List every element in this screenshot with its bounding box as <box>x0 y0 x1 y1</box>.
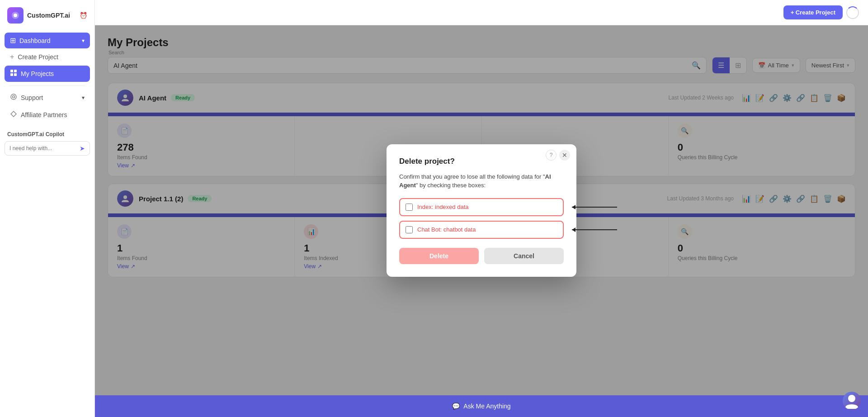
copilot-input-wrap[interactable]: ➤ <box>5 141 90 156</box>
create-project-label: + Create Project <box>791 9 835 16</box>
support-chevron-icon: ▾ <box>82 95 85 101</box>
copilot-title: CustomGPT.ai Copilot <box>5 131 90 137</box>
checkbox-row-index[interactable]: Index: indexed data <box>399 198 564 216</box>
create-project-button[interactable]: + Create Project <box>783 5 843 19</box>
copilot-input[interactable] <box>9 145 80 152</box>
user-avatar-bottom-right[interactable] <box>843 392 861 410</box>
modal-overlay: ✕ ? Delete project? Confirm that you agr… <box>95 25 868 395</box>
bottom-bar-label: Ask Me Anything <box>463 403 510 410</box>
nav-divider <box>9 85 85 86</box>
chat-icon: 💬 <box>452 403 460 410</box>
sidebar-item-support[interactable]: Support ▾ <box>5 90 90 106</box>
arrow-annotation-1 <box>572 207 617 208</box>
bottom-bar[interactable]: 💬 Ask Me Anything <box>95 395 868 417</box>
sidebar-create-label: Create Project <box>18 53 85 61</box>
svg-point-7 <box>13 96 15 98</box>
modal-actions: Delete Cancel <box>399 248 564 264</box>
logo-text: CustomGPT.ai <box>27 12 70 19</box>
plus-icon: + <box>10 53 14 61</box>
sidebar-dashboard-label: Dashboard <box>19 37 78 44</box>
svg-rect-4 <box>10 73 13 76</box>
svg-point-10 <box>848 395 855 402</box>
sidebar-item-dashboard[interactable]: ⊞ Dashboard ▾ <box>5 33 90 48</box>
chatbot-checkbox[interactable] <box>406 226 413 233</box>
modal-description: Confirm that you agree to lose all the f… <box>399 172 564 190</box>
sidebar-affiliate-label: Affiliate Partners <box>21 111 85 118</box>
loading-spinner <box>846 6 859 19</box>
topbar: + Create Project <box>95 0 868 25</box>
svg-rect-3 <box>14 70 17 72</box>
affiliate-icon <box>10 110 17 119</box>
logo-icon <box>7 7 24 24</box>
modal-help-button[interactable]: ? <box>546 150 557 161</box>
modal-delete-button[interactable]: Delete <box>399 248 479 264</box>
arrow-annotation-2 <box>572 229 617 230</box>
svg-point-6 <box>11 94 16 100</box>
modal-cancel-button[interactable]: Cancel <box>484 248 564 264</box>
logo-area: CustomGPT.ai ⏰ <box>0 5 94 31</box>
sidebar-projects-label: My Projects <box>21 70 85 77</box>
sidebar-nav: ⊞ Dashboard ▾ + Create Project My Projec… <box>0 31 94 126</box>
main-area: + Create Project My Projects Search 🔍 ☰ … <box>95 0 868 417</box>
index-checkbox[interactable] <box>406 204 413 211</box>
sidebar-item-my-projects[interactable]: My Projects <box>5 66 90 82</box>
sidebar-support-label: Support <box>21 94 78 101</box>
projects-icon <box>10 69 17 78</box>
sidebar-item-affiliate[interactable]: Affiliate Partners <box>5 107 90 123</box>
copilot-send-icon[interactable]: ➤ <box>80 145 85 152</box>
arrow-line-2 <box>572 229 617 230</box>
modal-desc-prefix: Confirm that you agree to lose all the f… <box>399 173 545 180</box>
delete-modal: ✕ ? Delete project? Confirm that you agr… <box>387 144 576 277</box>
index-checkbox-label: Index: indexed data <box>417 204 468 210</box>
svg-point-1 <box>14 14 17 17</box>
modal-title: Delete project? <box>399 157 564 166</box>
time-icon[interactable]: ⏰ <box>80 12 87 19</box>
sidebar: CustomGPT.ai ⏰ ⊞ Dashboard ▾ + Create Pr… <box>0 0 95 417</box>
arrow-line-1 <box>572 207 617 208</box>
svg-rect-5 <box>14 73 17 76</box>
support-icon <box>10 93 17 102</box>
modal-close-button[interactable]: ✕ <box>559 150 570 161</box>
chatbot-checkbox-label: Chat Bot: chatbot data <box>417 226 476 233</box>
checkbox-row-chatbot[interactable]: Chat Bot: chatbot data <box>399 221 564 239</box>
dashboard-icon: ⊞ <box>10 36 16 45</box>
copilot-section: CustomGPT.ai Copilot ➤ <box>0 126 94 161</box>
modal-desc-suffix: " by checking these boxes: <box>416 182 486 189</box>
chevron-down-icon: ▾ <box>82 38 85 44</box>
svg-rect-2 <box>10 70 13 72</box>
sidebar-item-create-project[interactable]: + Create Project <box>5 49 90 65</box>
content-area: My Projects Search 🔍 ☰ ⊞ 📅 All Time ▾ Ne… <box>95 25 868 395</box>
